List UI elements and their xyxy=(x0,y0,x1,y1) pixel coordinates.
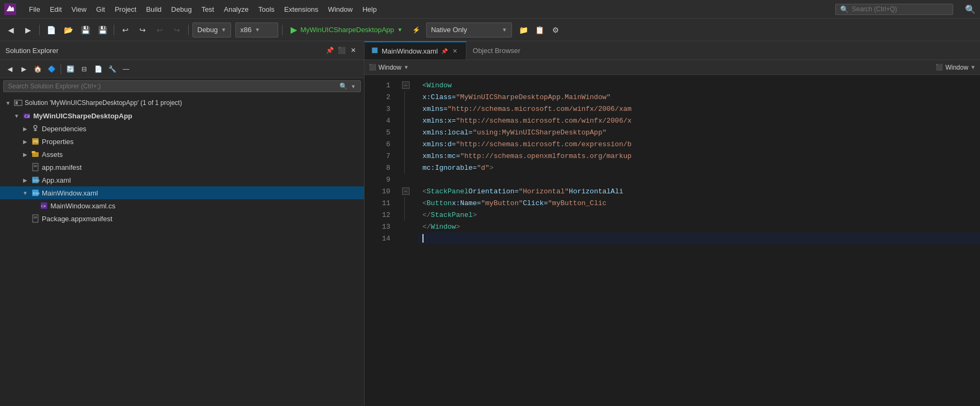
menu-item-window[interactable]: Window xyxy=(324,3,357,16)
menu-item-file[interactable]: File xyxy=(25,3,44,16)
package-manifest-label: Package.appxmanifest xyxy=(42,215,113,223)
new-file-button[interactable]: 📄 xyxy=(43,22,58,37)
view-toggle[interactable]: 📋 xyxy=(532,22,547,37)
se-show-files-button[interactable]: 📄 xyxy=(92,63,105,76)
platform-label: x86 xyxy=(240,26,251,34)
collapse-icon-1[interactable]: − xyxy=(402,81,410,89)
line-number-13: 13 xyxy=(365,221,397,232)
dependencies-icon xyxy=(31,124,40,133)
redo2-button[interactable]: ↪ xyxy=(169,22,184,37)
solution-search-options-icon: ▼ xyxy=(351,84,356,89)
menu-item-git[interactable]: Git xyxy=(92,3,109,16)
code-line-12[interactable]: </StackPanel> xyxy=(418,209,980,221)
solution-node[interactable]: ▼ Solution 'MyWinUICSharpeDesktopApp' (1… xyxy=(0,96,364,109)
platform-dropdown[interactable]: x86 ▼ xyxy=(235,22,278,37)
assets-node[interactable]: ▶ Assets xyxy=(0,148,364,161)
float-panel-button[interactable]: ⬛ xyxy=(336,45,347,56)
assets-expand-icon: ▶ xyxy=(21,151,29,158)
indent-line-3 xyxy=(404,103,405,115)
solution-label: Solution 'MyWinUICSharpeDesktopApp' (1 o… xyxy=(25,99,182,107)
undo-button[interactable]: ↩ xyxy=(118,22,133,37)
se-home-button[interactable]: 🏠 xyxy=(31,63,44,76)
indent-marker-row-4 xyxy=(397,115,418,126)
mainwindow-cs-node[interactable]: ▶ C# MainWindow.xaml.cs xyxy=(0,199,364,212)
indent-marker-row-7 xyxy=(397,150,418,162)
object-browser-tab[interactable]: Object Browser xyxy=(466,41,527,59)
menu-item-build[interactable]: Build xyxy=(142,3,166,16)
solution-explorer-toggle[interactable]: 📁 xyxy=(516,22,531,37)
mainwindow-xaml-tab[interactable]: MainWindow.xaml 📌 ✕ xyxy=(365,41,466,59)
tab-bar: MainWindow.xaml 📌 ✕ Object Browser xyxy=(365,41,980,60)
indent-marker-row-2 xyxy=(397,91,418,103)
code-line-11[interactable]: <Button x:Name="myButton" Click="myButto… xyxy=(418,197,980,209)
menu-item-project[interactable]: Project xyxy=(110,3,140,16)
menu-item-help[interactable]: Help xyxy=(358,3,381,16)
code-content[interactable]: <Window x:Class="MyWinUICSharpeDesktopAp… xyxy=(418,75,980,406)
code-line-5[interactable]: xmlns:local="using:MyWinUICSharpeDesktop… xyxy=(418,126,980,138)
code-editor[interactable]: 1234567891011121314 −− <Window x:Class="… xyxy=(365,75,980,406)
menu-item-extensions[interactable]: Extensions xyxy=(280,3,323,16)
se-collapse-button[interactable]: ⊟ xyxy=(78,63,91,76)
menu-item-tools[interactable]: Tools xyxy=(254,3,279,16)
se-properties-button[interactable]: 🔧 xyxy=(106,63,118,76)
code-line-13[interactable]: </Window> xyxy=(418,221,980,232)
mainwindow-xaml-icon: XAML xyxy=(31,189,40,197)
title-search-input[interactable] xyxy=(852,5,943,13)
code-line-3[interactable]: xmlns="http://schemas.microsoft.com/winf… xyxy=(418,103,980,115)
code-line-4[interactable]: xmlns:x="http://schemas.microsoft.com/wi… xyxy=(418,115,980,126)
code-line-8[interactable]: mc:Ignorable="d"> xyxy=(418,162,980,174)
menu-item-debug[interactable]: Debug xyxy=(167,3,196,16)
solution-search-box[interactable]: 🔍 ▼ xyxy=(3,80,361,92)
indent-line-7 xyxy=(404,150,405,162)
code-line-9[interactable] xyxy=(418,174,980,185)
menu-item-view[interactable]: View xyxy=(67,3,91,16)
code-line-6[interactable]: xmlns:d="http://schemas.microsoft.com/ex… xyxy=(418,138,980,150)
code-line-7[interactable]: xmlns:mc="http://schemas.openxmlformats.… xyxy=(418,150,980,162)
app-manifest-node[interactable]: ▶ app.manifest xyxy=(0,161,364,174)
open-file-button[interactable]: 📂 xyxy=(61,22,76,37)
code-line-1[interactable]: <Window xyxy=(418,79,980,91)
text-cursor xyxy=(422,234,424,243)
solution-search-input[interactable] xyxy=(8,82,336,90)
line-number-5: 5 xyxy=(365,126,397,138)
properties-label: Properties xyxy=(42,138,73,146)
app-xaml-node[interactable]: ▶ XAML App.xaml xyxy=(0,174,364,186)
solution-explorer-toolbar: ◀ ▶ 🏠 🔷 🔄 ⊟ 📄 🔧 — xyxy=(0,60,364,78)
project-node[interactable]: ▼ C# MyWinUICSharpeDesktopApp xyxy=(0,109,364,122)
menu-item-analyze[interactable]: Analyze xyxy=(219,3,253,16)
collapse-icon-10[interactable]: − xyxy=(402,187,410,195)
se-preview-button[interactable]: — xyxy=(120,63,132,76)
run-button[interactable]: ▶ MyWinUICSharpeDesktopApp ▼ xyxy=(286,22,407,37)
properties-node[interactable]: ▶ PR Properties xyxy=(0,135,364,148)
project-label: MyWinUICSharpeDesktopApp xyxy=(33,112,132,120)
attach-button[interactable]: ⚡ xyxy=(409,22,424,37)
code-line-2[interactable]: x:Class="MyWinUICSharpeDesktopApp.MainWi… xyxy=(418,91,980,103)
svg-text:PR: PR xyxy=(33,140,39,144)
undo2-button[interactable]: ↩ xyxy=(152,22,167,37)
mainwindow-xaml-node[interactable]: ▼ XAML MainWindow.xaml xyxy=(0,186,364,199)
pin-panel-button[interactable]: 📌 xyxy=(324,45,335,56)
settings-button[interactable]: ⚙ xyxy=(548,22,563,37)
package-manifest-node[interactable]: ▶ Package.appxmanifest xyxy=(0,212,364,225)
native-only-dropdown[interactable]: Native Only ▼ xyxy=(426,22,512,37)
breadcrumb-left: ⬛ Window ▼ xyxy=(369,64,409,71)
dependencies-node[interactable]: ▶ Dependencies xyxy=(0,122,364,135)
se-refresh-button[interactable]: 🔄 xyxy=(64,63,77,76)
save-button[interactable]: 💾 xyxy=(78,22,93,37)
code-line-10[interactable]: <StackPanel Orientation="Horizontal" Hor… xyxy=(418,185,980,197)
se-forward-button[interactable]: ▶ xyxy=(17,63,30,76)
menu-item-edit[interactable]: Edit xyxy=(46,3,66,16)
menu-item-test[interactable]: Test xyxy=(197,3,219,16)
close-panel-button[interactable]: ✕ xyxy=(348,45,359,56)
play-icon: ▶ xyxy=(291,25,297,35)
redo-button[interactable]: ↪ xyxy=(135,22,150,37)
debug-config-dropdown[interactable]: Debug ▼ xyxy=(192,22,231,37)
forward-button[interactable]: ▶ xyxy=(20,22,35,37)
close-tab-button[interactable]: ✕ xyxy=(451,47,459,55)
se-back-button[interactable]: ◀ xyxy=(3,63,16,76)
title-search-box[interactable]: 🔍 xyxy=(835,4,953,15)
se-filter-button[interactable]: 🔷 xyxy=(45,63,58,76)
back-button[interactable]: ◀ xyxy=(3,22,18,37)
code-line-14[interactable] xyxy=(418,232,980,244)
save-all-button[interactable]: 💾 xyxy=(95,22,110,37)
